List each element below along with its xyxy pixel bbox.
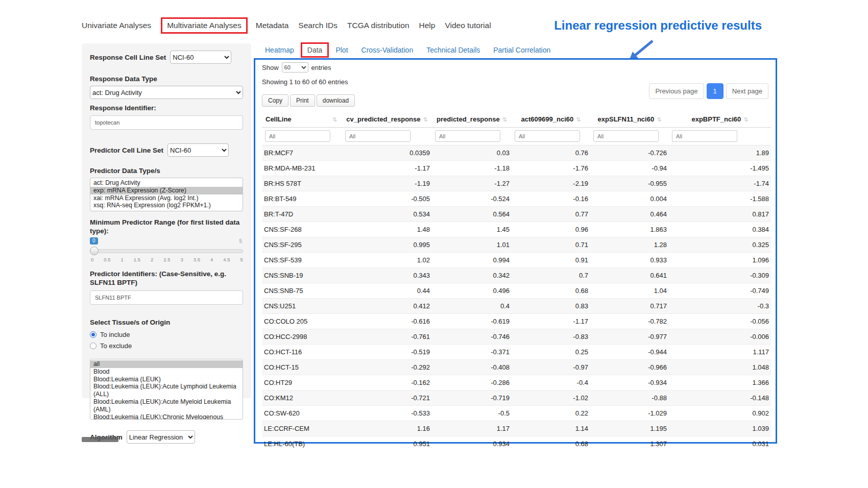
tab-cross-validation[interactable]: Cross-Validation [355, 42, 420, 58]
slider-max-label: 5 [239, 238, 242, 244]
cell-value: 1.366 [669, 375, 771, 391]
listbox-option-blood-leukemia-leuk-acute-lymphoid-leukemia-all[interactable]: Blood:Leukemia (LEUK):Acute Lymphoid Leu… [90, 383, 243, 398]
listbox-option-all[interactable]: all [90, 360, 243, 368]
listbox-option-blood-leukemia-leuk-acute-myeloid-leukemia-aml[interactable]: Blood:Leukemia (LEUK):Acute Myeloid Leuk… [90, 398, 243, 413]
sort-icon[interactable]: ⇅ [332, 116, 337, 123]
cell-value: 0.71 [512, 237, 590, 253]
pagination: Previous page 1 Next page [649, 83, 768, 99]
cutoff-element [82, 437, 118, 442]
cell-value: -0.616 [342, 314, 432, 329]
tissue-include-radio[interactable]: To include [90, 331, 243, 338]
entries-per-page-select[interactable]: 60 [282, 62, 308, 72]
predictor-identifiers-label: Predictor Identifiers: (Case-Sensitive, … [90, 270, 243, 287]
cell-value: -1.18 [432, 161, 512, 176]
listbox-option-exp-mrna-expression-z-score[interactable]: exp: mRNA Expression (Z-Score) [90, 187, 243, 194]
column-filter-input-expbptf-nci60[interactable] [672, 130, 737, 142]
cell-value: 1.04 [590, 283, 669, 299]
cell-value: -0.309 [669, 268, 771, 283]
download-button[interactable]: download [317, 94, 355, 107]
predictor-identifiers-input[interactable] [90, 290, 243, 305]
copy-button[interactable]: Copy [262, 94, 288, 107]
table-row: CNS:SF-2950.9951.010.711.280.325 [262, 237, 771, 253]
column-filter-input-expslfn11-nci60[interactable] [593, 130, 659, 142]
response-data-type-select[interactable]: act: Drug Activity [90, 86, 243, 99]
cell-value: 1.48 [342, 222, 432, 237]
cell-value: 1.89 [669, 145, 771, 161]
cell-line-name: LE:CCRF-CEM [262, 421, 342, 436]
response-cell-line-set-select[interactable]: NCI-60 [170, 51, 231, 64]
tissue-exclude-radio[interactable]: To exclude [90, 342, 243, 350]
nav-item-help[interactable]: Help [419, 21, 436, 30]
cell-value: 1.096 [669, 253, 771, 268]
tab-heatmap[interactable]: Heatmap [258, 42, 301, 58]
cell-value: -1.17 [512, 314, 590, 329]
listbox-option-blood[interactable]: Blood [90, 368, 243, 376]
nav-item-tcga-distribution[interactable]: TCGA distribution [347, 21, 409, 30]
cell-value: 0.464 [590, 207, 669, 222]
tab-data[interactable]: Data [301, 42, 329, 58]
slider-track[interactable] [90, 249, 243, 253]
tissue-include-radio-label: To include [100, 331, 130, 338]
tab-partial-correlation[interactable]: Partial Correlation [487, 42, 557, 58]
cell-line-name: BR:MCF7 [262, 145, 342, 161]
cell-value: 0.44 [342, 283, 432, 299]
radio-selected-icon [90, 331, 97, 338]
slider-tick: 2 [151, 257, 153, 262]
slider-tick: 1 [121, 257, 124, 262]
predictor-data-type-listbox[interactable]: act: Drug Activityexp: mRNA Expression (… [90, 178, 243, 211]
cell-value: -0.955 [590, 176, 669, 191]
slider-tick: 4.5 [223, 257, 230, 262]
print-button[interactable]: Print [290, 94, 315, 107]
response-data-type-label: Response Data Type [90, 75, 243, 83]
nav-item-univariate-analyses[interactable]: Univariate Analyses [82, 21, 151, 30]
column-filter-input-cv-predicted-response[interactable] [345, 130, 411, 142]
algorithm-select[interactable]: Linear Regression [127, 430, 195, 444]
show-label: Show [262, 64, 279, 71]
nav-item-multivariate-analyses[interactable]: Multivariate Analyses [161, 17, 248, 34]
tissue-origin-listbox[interactable]: allBloodBlood:Leukemia (LEUK)Blood:Leuke… [90, 359, 243, 420]
column-filter-input-cellline[interactable] [265, 130, 330, 142]
cell-value: 0.0359 [342, 145, 432, 161]
nav-item-video-tutorial[interactable]: Video tutorial [445, 21, 491, 30]
sort-icon[interactable]: ⇅ [502, 116, 507, 123]
filter-cell [669, 128, 771, 145]
previous-page-button[interactable]: Previous page [649, 83, 704, 99]
predictor-cell-line-set-select[interactable]: NCI-60 [167, 143, 229, 157]
min-predictor-range-slider[interactable]: 0 5 00.511.522.533.544.55 [90, 237, 243, 265]
next-page-button[interactable]: Next page [726, 83, 768, 99]
listbox-option-xsq-rna-seq-expression-log2-fpkm-1[interactable]: xsq: RNA-seq Expression (log2 FPKM+1.) [90, 202, 243, 209]
cell-line-name: BR:MDA-MB-231 [262, 161, 342, 176]
cell-value: -0.977 [590, 329, 669, 345]
cell-value: -0.286 [432, 375, 512, 391]
current-page-button[interactable]: 1 [707, 83, 724, 99]
listbox-option-blood-leukemia-leuk[interactable]: Blood:Leukemia (LEUK) [90, 376, 243, 383]
column-header-act609699-nci60[interactable]: act609699_nci60⇅ [512, 111, 590, 128]
cell-value: 0.7 [512, 268, 590, 283]
column-header-expbptf-nci60[interactable]: expBPTF_nci60⇅ [669, 111, 771, 128]
listbox-option-xai-mrna-expression-avg-log2-int[interactable]: xai: mRNA Expression (Avg. log2 Int.) [90, 194, 243, 202]
column-header-cv-predicted-response[interactable]: cv_predicted_response⇅ [342, 111, 432, 128]
table-row: LE:CCRF-CEM1.161.171.141.1951.039 [262, 421, 771, 436]
min-predictor-range-label: Minimum Predictor Range (for first liste… [90, 218, 243, 235]
cell-value: 1.02 [342, 253, 432, 268]
nav-item-search-ids[interactable]: Search IDs [298, 21, 337, 30]
response-identifier-input[interactable] [90, 115, 243, 130]
sort-icon[interactable]: ⇅ [423, 116, 428, 123]
nav-item-metadata[interactable]: Metadata [256, 21, 289, 30]
column-filter-input-predicted-response[interactable] [435, 130, 500, 142]
tab-plot[interactable]: Plot [329, 42, 354, 58]
column-header-predicted-response[interactable]: predicted_response⇅ [432, 111, 512, 128]
listbox-option-act-drug-activity[interactable]: act: Drug Activity [90, 179, 243, 187]
cell-line-name: LE:HL-60(TB) [262, 436, 342, 452]
column-header-expslfn11-nci60[interactable]: expSLFN11_nci60⇅ [590, 111, 669, 128]
sort-icon[interactable]: ⇅ [743, 116, 748, 123]
listbox-option-blood-leukemia-leuk-chronic-myelogenous-leukemia-cml[interactable]: Blood:Leukemia (LEUK):Chronic Myelogenou… [90, 413, 243, 420]
column-filter-input-act609699-nci60[interactable] [515, 130, 580, 142]
sort-icon[interactable]: ⇅ [576, 116, 581, 123]
column-header-cellline[interactable]: CellLine⇅ [262, 111, 342, 128]
tab-technical-details[interactable]: Technical Details [420, 42, 487, 58]
show-entries-row: Show 60 entries [262, 62, 769, 72]
cell-value: -0.719 [432, 391, 512, 406]
slider-handle[interactable] [90, 247, 99, 255]
sort-icon[interactable]: ⇅ [657, 116, 661, 123]
